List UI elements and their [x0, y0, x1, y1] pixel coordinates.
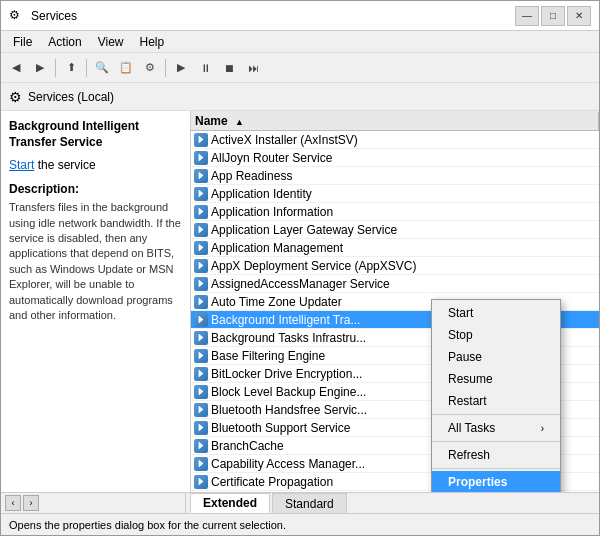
window-icon: ⚙	[9, 8, 25, 24]
toolbar-stop[interactable]: ⏹	[218, 57, 240, 79]
toolbar-pause[interactable]: ⏸	[194, 57, 216, 79]
service-row-icon	[193, 204, 209, 220]
start-text: the service	[34, 158, 95, 172]
service-row-icon	[193, 492, 209, 493]
list-item[interactable]: AssignedAccessManager Service	[191, 275, 599, 293]
title-bar-controls: — □ ✕	[515, 6, 591, 26]
menu-bar: File Action View Help	[1, 31, 599, 53]
context-menu-separator	[432, 414, 560, 415]
service-row-name: AssignedAccessManager Service	[211, 277, 599, 291]
list-item[interactable]: ActiveX Installer (AxInstSV)	[191, 131, 599, 149]
context-menu-item-properties[interactable]: Properties	[432, 471, 560, 492]
address-label: Services (Local)	[28, 90, 114, 104]
left-panel: Background Intelligent Transfer Service …	[1, 111, 191, 492]
column-name[interactable]: Name ▲	[191, 112, 599, 130]
maximize-button[interactable]: □	[541, 6, 565, 26]
service-row-name: AllJoyn Router Service	[211, 151, 599, 165]
sort-arrow: ▲	[235, 117, 244, 127]
nav-back-btn[interactable]: ‹	[5, 495, 21, 511]
service-row-icon	[193, 402, 209, 418]
service-row-icon	[193, 438, 209, 454]
list-header: Name ▲	[191, 111, 599, 131]
context-menu: StartStopPauseResumeRestartAll Tasks›Ref…	[431, 299, 561, 492]
minimize-button[interactable]: —	[515, 6, 539, 26]
service-row-icon	[193, 258, 209, 274]
close-button[interactable]: ✕	[567, 6, 591, 26]
menu-file[interactable]: File	[5, 33, 40, 51]
tab-extended[interactable]: Extended	[190, 493, 270, 513]
context-menu-item-refresh[interactable]: Refresh	[432, 444, 560, 466]
service-row-icon	[193, 240, 209, 256]
bottom-left: ‹ ›	[1, 493, 186, 513]
context-menu-item-resume[interactable]: Resume	[432, 368, 560, 390]
service-row-icon	[193, 276, 209, 292]
start-link[interactable]: Start	[9, 158, 34, 172]
context-menu-item-restart[interactable]: Restart	[432, 390, 560, 412]
list-item[interactable]: AppX Deployment Service (AppXSVC)	[191, 257, 599, 275]
context-menu-item-pause[interactable]: Pause	[432, 346, 560, 368]
start-action: Start the service	[9, 158, 182, 172]
description-heading: Description:	[9, 182, 182, 196]
service-row-icon	[193, 132, 209, 148]
title-bar-left: ⚙ Services	[9, 8, 77, 24]
toolbar-play[interactable]: ▶	[170, 57, 192, 79]
context-menu-separator	[432, 468, 560, 469]
service-row-name: Application Information	[211, 205, 599, 219]
status-text: Opens the properties dialog box for the …	[9, 519, 286, 531]
address-icon: ⚙	[9, 89, 22, 105]
list-item[interactable]: Application Layer Gateway Service	[191, 221, 599, 239]
list-item[interactable]: Application Identity	[191, 185, 599, 203]
nav-forward-btn[interactable]: ›	[23, 495, 39, 511]
toolbar-search[interactable]: 🔍	[91, 57, 113, 79]
context-menu-item-stop[interactable]: Stop	[432, 324, 560, 346]
main-content: Background Intelligent Transfer Service …	[1, 111, 599, 492]
toolbar-forward[interactable]: ▶	[29, 57, 51, 79]
toolbar-sep-1	[55, 59, 56, 77]
menu-view[interactable]: View	[90, 33, 132, 51]
service-row-icon	[193, 168, 209, 184]
toolbar-up[interactable]: ⬆	[60, 57, 82, 79]
toolbar: ◀ ▶ ⬆ 🔍 📋 ⚙ ▶ ⏸ ⏹ ⏭	[1, 53, 599, 83]
toolbar-copy[interactable]: 📋	[115, 57, 137, 79]
bottom-tabs: ExtendedStandard	[186, 493, 599, 513]
service-row-icon	[193, 312, 209, 328]
service-row-icon	[193, 150, 209, 166]
service-row-icon	[193, 366, 209, 382]
context-menu-item-all-tasks[interactable]: All Tasks›	[432, 417, 560, 439]
description-text: Transfers files in the background using …	[9, 200, 182, 323]
menu-action[interactable]: Action	[40, 33, 89, 51]
toolbar-sep-2	[86, 59, 87, 77]
menu-help[interactable]: Help	[132, 33, 173, 51]
window-title: Services	[31, 9, 77, 23]
service-row-name: Application Layer Gateway Service	[211, 223, 599, 237]
toolbar-properties[interactable]: ⚙	[139, 57, 161, 79]
service-row-icon	[193, 420, 209, 436]
right-panel: Name ▲ ActiveX Installer (AxInstSV)AllJo…	[191, 111, 599, 492]
list-item[interactable]: Application Management	[191, 239, 599, 257]
tab-standard[interactable]: Standard	[272, 493, 347, 513]
context-menu-separator	[432, 441, 560, 442]
service-row-name: Application Identity	[211, 187, 599, 201]
status-bar: Opens the properties dialog box for the …	[1, 513, 599, 535]
service-title: Background Intelligent Transfer Service	[9, 119, 182, 150]
service-row-icon	[193, 384, 209, 400]
service-row-name: App Readiness	[211, 169, 599, 183]
service-row-name: ActiveX Installer (AxInstSV)	[211, 133, 599, 147]
toolbar-restart[interactable]: ⏭	[242, 57, 264, 79]
list-item[interactable]: Application Information	[191, 203, 599, 221]
service-row-icon	[193, 186, 209, 202]
list-item[interactable]: App Readiness	[191, 167, 599, 185]
service-row-icon	[193, 348, 209, 364]
main-window: ⚙ Services — □ ✕ File Action View Help ◀…	[0, 0, 600, 536]
service-row-icon	[193, 456, 209, 472]
service-row-name: AppX Deployment Service (AppXSVC)	[211, 259, 599, 273]
service-row-icon	[193, 222, 209, 238]
list-item[interactable]: AllJoyn Router Service	[191, 149, 599, 167]
service-row-icon	[193, 330, 209, 346]
submenu-arrow-icon: ›	[541, 423, 544, 434]
address-bar: ⚙ Services (Local)	[1, 83, 599, 111]
service-row-name: Application Management	[211, 241, 599, 255]
toolbar-back[interactable]: ◀	[5, 57, 27, 79]
title-bar: ⚙ Services — □ ✕	[1, 1, 599, 31]
context-menu-item-start[interactable]: Start	[432, 302, 560, 324]
